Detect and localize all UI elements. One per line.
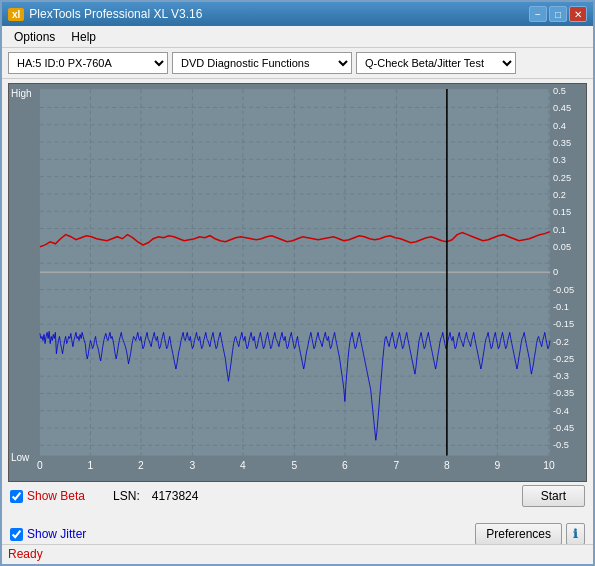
show-beta-checkbox[interactable] [10,490,23,503]
y-axis-high-label: High [11,88,32,99]
svg-text:0.5: 0.5 [553,86,566,96]
chart-svg: 0.5 0.45 0.4 0.35 0.3 0.25 0.2 0.15 0.1 … [9,84,586,481]
status-text: Ready [8,547,43,561]
svg-text:8: 8 [444,460,450,471]
menubar: Options Help [2,26,593,48]
svg-text:2: 2 [138,460,144,471]
svg-text:-0.3: -0.3 [553,371,569,381]
svg-text:-0.05: -0.05 [553,285,574,295]
svg-text:0.45: 0.45 [553,104,571,114]
svg-text:6: 6 [342,460,348,471]
svg-text:0.3: 0.3 [553,155,566,165]
title-bar: xl PlexTools Professional XL V3.16 − □ ✕ [2,2,593,26]
svg-text:0.35: 0.35 [553,138,571,148]
svg-text:-0.35: -0.35 [553,389,574,399]
svg-text:0: 0 [37,460,43,471]
menu-options[interactable]: Options [6,28,63,46]
info-button[interactable]: ℹ [566,523,585,545]
chart-area: High Low [8,83,587,482]
svg-text:10: 10 [543,460,555,471]
bottom-row2: Show Jitter Preferences ℹ [10,523,585,545]
show-jitter-checkbox-label[interactable]: Show Jitter [10,527,86,541]
bottom-bar: Show Beta LSN: 4173824 Start Show Jitter… [2,486,593,544]
main-window: xl PlexTools Professional XL V3.16 − □ ✕… [0,0,595,566]
maximize-button[interactable]: □ [549,6,567,22]
status-bar: Ready [2,544,593,564]
svg-text:0.25: 0.25 [553,173,571,183]
svg-text:0.2: 0.2 [553,190,566,200]
window-controls: − □ ✕ [529,6,587,22]
svg-text:7: 7 [394,460,400,471]
svg-text:-0.25: -0.25 [553,354,574,364]
lsn-value: 4173824 [152,489,199,503]
show-jitter-label: Show Jitter [27,527,86,541]
preferences-button[interactable]: Preferences [475,523,562,545]
svg-text:-0.45: -0.45 [553,423,574,433]
svg-text:0.05: 0.05 [553,242,571,252]
title-bar-left: xl PlexTools Professional XL V3.16 [8,7,202,21]
drive-select[interactable]: HA:5 ID:0 PX-760A [8,52,168,74]
minimize-button[interactable]: − [529,6,547,22]
svg-text:9: 9 [495,460,501,471]
svg-text:0.4: 0.4 [553,121,566,131]
test-select[interactable]: Q-Check Beta/Jitter Test [356,52,516,74]
show-beta-checkbox-label[interactable]: Show Beta [10,489,85,503]
show-beta-label: Show Beta [27,489,85,503]
svg-text:-0.4: -0.4 [553,406,569,416]
svg-text:-0.1: -0.1 [553,302,569,312]
svg-text:1: 1 [88,460,94,471]
svg-text:0.15: 0.15 [553,207,571,217]
menu-help[interactable]: Help [63,28,104,46]
svg-text:-0.5: -0.5 [553,440,569,450]
close-button[interactable]: ✕ [569,6,587,22]
start-button[interactable]: Start [522,485,585,507]
svg-text:3: 3 [190,460,196,471]
y-axis-low-label: Low [11,452,29,463]
svg-text:-0.2: -0.2 [553,337,569,347]
lsn-label: LSN: [113,489,140,503]
svg-text:5: 5 [292,460,298,471]
svg-text:4: 4 [240,460,246,471]
bottom-row1: Show Beta LSN: 4173824 Start [10,485,585,507]
toolbar: HA:5 ID:0 PX-760A DVD Diagnostic Functio… [2,48,593,79]
svg-text:0.1: 0.1 [553,225,566,235]
app-logo: xl [8,8,24,21]
function-select[interactable]: DVD Diagnostic Functions [172,52,352,74]
right-buttons: Preferences ℹ [475,523,585,545]
app-title: PlexTools Professional XL V3.16 [29,7,202,21]
svg-text:-0.15: -0.15 [553,319,574,329]
show-jitter-checkbox[interactable] [10,528,23,541]
svg-text:0: 0 [553,267,558,277]
